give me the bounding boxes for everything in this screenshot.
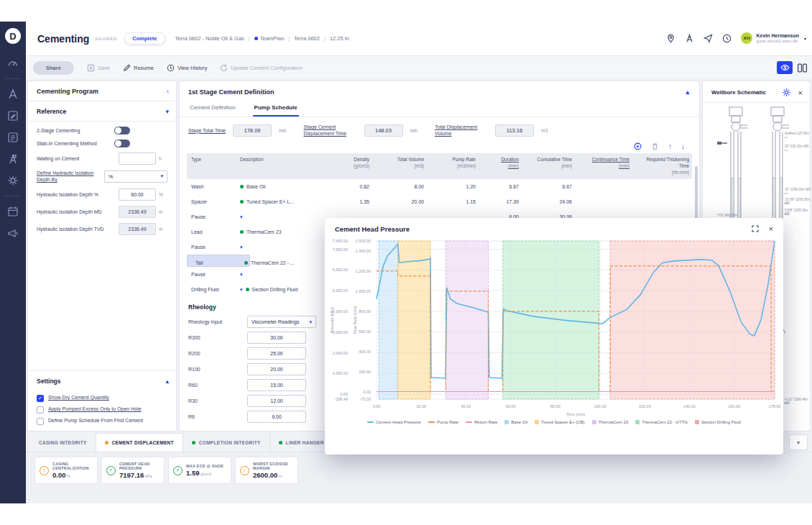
tab-casing-integrity[interactable]: CASING INTEGRITY <box>30 433 96 452</box>
summary-unit: min <box>279 128 286 133</box>
chevron-down-icon[interactable]: ▾ <box>240 239 243 255</box>
band-Tuned Spacer E+ (CB) <box>398 241 430 399</box>
table-row[interactable]: TailThermaCem 22 - ... <box>187 255 250 267</box>
rheology-input[interactable]: 9.00 <box>247 411 306 423</box>
cell-type: Pause <box>187 267 236 282</box>
field-input[interactable]: 60.00 <box>119 188 156 201</box>
field-input: 2336.49 <box>119 223 156 235</box>
chevron-down-icon[interactable]: ▾ <box>240 282 243 297</box>
schematic-annotation: Seabed 125.30m <box>785 132 812 135</box>
close-icon[interactable]: × <box>769 224 773 233</box>
location-icon[interactable] <box>666 34 675 43</box>
move-row-up-icon[interactable]: ↑ <box>668 143 672 150</box>
rig-icon[interactable] <box>685 34 694 43</box>
chevron-up-icon[interactable]: ▴ <box>165 378 169 385</box>
rheology-input[interactable]: 20.00 <box>247 363 306 375</box>
tab-overflow-button[interactable]: ▾ <box>789 434 808 450</box>
kpi-card[interactable]: ✓MAX ECD @ SHOE1.59 g/cm3 <box>168 457 231 484</box>
kpi-card[interactable]: ✓CEMENT HEAD PRESSURE7197.16 kPa <box>101 457 165 484</box>
cell-rate: 1.15 <box>428 194 480 209</box>
column-unit: (hh:mm) <box>638 170 689 176</box>
rheology-input-select[interactable]: Viscometer Readings▾ <box>247 316 316 328</box>
share-button[interactable]: Share <box>33 61 74 75</box>
summary-label[interactable]: Stage Total Time <box>188 127 226 134</box>
close-icon[interactable]: × <box>798 88 803 97</box>
breadcrumb-item[interactable]: Terra 0602 <box>294 35 320 42</box>
svg-text:Flow Rate (L/m): Flow Rate (L/m) <box>353 306 357 334</box>
save-button[interactable]: Save <box>87 64 110 72</box>
collapse-panel-icon[interactable]: ‹ <box>167 88 169 95</box>
table-row[interactable]: WashBase Oil0.828.001.206.676.67 <box>187 179 692 194</box>
update-cement-configuration-button[interactable]: Update Cement Configuration <box>220 64 302 72</box>
rheology-input[interactable]: 25.00 <box>247 347 306 360</box>
cell-type: Lead <box>187 224 236 239</box>
clock-icon[interactable] <box>722 34 732 43</box>
view-toggle-button[interactable] <box>777 61 793 74</box>
calendar-icon[interactable] <box>7 206 19 217</box>
summary-label[interactable]: Total Displacement Volume <box>435 124 488 137</box>
chevron-down-icon[interactable]: ▾ <box>240 209 243 224</box>
panel-title: 1st Stage Cement Definition <box>188 88 274 96</box>
settings-section: Settings ▴ ✓Show Dry Cement QuantityAppl… <box>28 370 176 431</box>
rheology-input[interactable]: 30.00 <box>247 332 306 344</box>
delfi-logo-icon[interactable]: D <box>5 28 21 44</box>
resume-button[interactable]: Resume <box>123 64 154 72</box>
svg-text:-236.49: -236.49 <box>334 397 348 401</box>
toggle-switch[interactable] <box>114 140 130 147</box>
field-select[interactable]: %▾ <box>104 170 167 183</box>
kpi-label: CEMENT HEAD PRESSURE <box>119 462 160 471</box>
checkbox-row: ✓Show Dry Cement Quantity <box>28 391 176 402</box>
legend-marker <box>466 421 472 423</box>
legend-marker <box>504 420 509 424</box>
table-actions: ↑ ↓ <box>180 141 699 153</box>
table-row[interactable]: SpacerTuned Spacer E+ L...1.3520.001.151… <box>187 194 692 209</box>
chevron-down-icon[interactable]: ▾ <box>165 108 169 115</box>
checkbox[interactable] <box>37 418 44 425</box>
summary-unit: min <box>410 128 417 133</box>
chevron-down-icon[interactable]: ▾ <box>240 267 243 282</box>
send-icon[interactable] <box>703 34 713 43</box>
megaphone-icon[interactable] <box>7 227 19 239</box>
kpi-value: 7197.16 kPa <box>119 471 160 479</box>
schematic-settings-gear-icon[interactable] <box>782 88 791 97</box>
compass-icon[interactable] <box>7 88 19 100</box>
checkbox[interactable]: ✓ <box>37 395 44 402</box>
kpi-card[interactable]: !WORST ECD/ESD MARGIN2600.00 m <box>235 457 298 484</box>
tab-completion-integrity[interactable]: COMPLETION INTEGRITY <box>183 433 270 452</box>
report-icon[interactable] <box>7 132 19 143</box>
column-header: Pump Rate(m3/min) <box>428 153 480 179</box>
collapse-section-icon[interactable]: ▴ <box>686 88 689 96</box>
move-row-down-icon[interactable]: ↓ <box>681 143 685 150</box>
legend-item: Return Rate <box>466 420 497 424</box>
edit-icon[interactable] <box>7 110 19 122</box>
expand-icon[interactable] <box>752 225 759 232</box>
svg-text:400.00: 400.00 <box>359 350 371 354</box>
kpi-card[interactable]: !CASING CENTRALIZATION0.00 % <box>34 457 98 484</box>
column-unit: (m3/min) <box>433 163 476 170</box>
delete-row-icon[interactable] <box>651 142 659 150</box>
gauge-icon[interactable] <box>7 58 19 69</box>
tab-cement-definition[interactable]: Cement Definition <box>188 101 237 117</box>
add-row-icon[interactable] <box>634 142 642 150</box>
tab-pump-schedule[interactable]: Pump Schedule <box>253 101 299 117</box>
rig-flag-icon[interactable] <box>7 153 19 165</box>
field-input[interactable] <box>119 152 156 165</box>
svg-text:4,000.00: 4,000.00 <box>333 309 348 314</box>
section-reference-title: Reference <box>37 108 66 115</box>
chart-legend: Cement Head PressurePump RateReturn Rate… <box>325 420 783 424</box>
rheology-input[interactable]: 15.00 <box>247 379 306 391</box>
field-row: Hydraulic Isolation Depth %60.00% <box>28 183 176 201</box>
toggle-switch[interactable] <box>114 127 130 134</box>
svg-text:178.09: 178.09 <box>769 404 780 408</box>
user-menu[interactable]: KH Kevin Hermanson guide.demo01.swco.slb… <box>741 32 806 44</box>
gear-icon[interactable] <box>7 175 19 186</box>
breadcrumb-item[interactable]: 12.25 in <box>330 35 349 42</box>
breadcrumb-item[interactable]: Terra 0602 - Noble Oil & Gas <box>175 35 244 42</box>
view-history-button[interactable]: View History <box>167 64 208 72</box>
summary-label[interactable]: Stage Cement Displacement Time <box>304 124 357 137</box>
tab-cement-displacement[interactable]: CEMENT DISPLACEMENT <box>96 433 183 452</box>
breadcrumb-item[interactable]: TeamPlan <box>254 35 284 42</box>
rheology-input[interactable]: 12.00 <box>247 395 306 407</box>
layout-columns-icon[interactable] <box>797 63 808 73</box>
checkbox[interactable] <box>37 406 44 414</box>
